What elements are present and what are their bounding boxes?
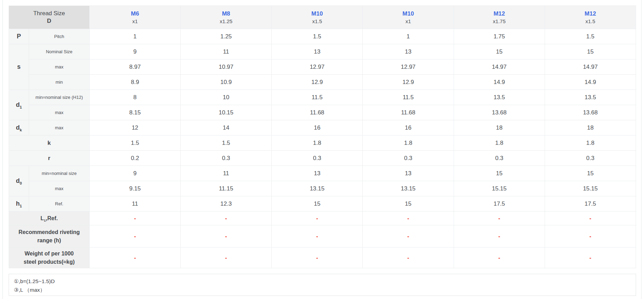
cell: 11.5 <box>363 90 454 105</box>
row-label: Nominal Size <box>29 44 90 59</box>
cell: 15 <box>363 196 454 212</box>
cell: 16 <box>363 120 454 136</box>
cell: 13 <box>272 166 363 181</box>
cell: 13 <box>363 44 454 59</box>
footnote-3: ③,L （max） <box>14 286 636 294</box>
table-row: L1,Ref. - - - - - - <box>9 212 636 225</box>
cell: - <box>272 247 363 268</box>
table-row: dk max 12 14 16 16 18 18 <box>9 120 636 136</box>
cell: 8.15 <box>90 105 181 120</box>
cell: 15.15 <box>454 181 545 196</box>
column-header: M10 x1 <box>363 6 454 29</box>
cell: - <box>272 212 363 225</box>
cell: 10.97 <box>181 59 272 75</box>
table-row: h1 Ref. 11 12.3 15 15 17.5 17.5 <box>9 196 636 212</box>
row-label: Ref. <box>29 196 90 212</box>
table-row: s Nominal Size 9 11 13 13 15 15 <box>9 44 636 59</box>
cell: 1.8 <box>545 136 636 151</box>
cell: 1 <box>90 29 181 44</box>
cell: 14.97 <box>454 59 545 75</box>
cell: 11.15 <box>181 181 272 196</box>
row-label-r: r <box>9 151 90 166</box>
row-label-weight: Weight of per 1000 steel products(≈kg) <box>9 247 90 268</box>
cell: 1.8 <box>272 136 363 151</box>
cell: 17.5 <box>545 196 636 212</box>
cell: 11.5 <box>272 90 363 105</box>
row-label: max <box>29 120 90 136</box>
cell: 13.68 <box>545 105 636 120</box>
column-header: M12 x1.75 <box>454 6 545 29</box>
cell: 0.3 <box>272 151 363 166</box>
cell: 16 <box>272 120 363 136</box>
cell: - <box>454 212 545 225</box>
cell: 1.75 <box>454 29 545 44</box>
row-label: max <box>29 59 90 75</box>
cell: 11 <box>181 44 272 59</box>
cell: 10 <box>181 90 272 105</box>
cell: - <box>90 247 181 268</box>
table-row: Weight of per 1000 steel products(≈kg) -… <box>9 247 636 268</box>
cell: 15 <box>454 166 545 181</box>
group-base: P <box>17 33 21 40</box>
column-pitch: x1 <box>90 18 180 25</box>
cell: 0.3 <box>363 151 454 166</box>
cell: - <box>454 247 545 268</box>
table-row: Recommended riveting range (h) - - - - -… <box>9 225 636 247</box>
cell: - <box>363 225 454 247</box>
row-label: Pitch <box>29 29 90 44</box>
table-row: d0 min=nominal size 9 11 13 13 15 15 <box>9 166 636 181</box>
thread-size-header: Thread Size D <box>9 6 90 29</box>
cell: 12.97 <box>272 59 363 75</box>
row-label-riveting-range: Recommended riveting range (h) <box>9 225 90 247</box>
cell: 1.5 <box>181 136 272 151</box>
group-base: d <box>16 177 20 184</box>
group-base: s <box>17 63 20 70</box>
cell: 13.15 <box>272 181 363 196</box>
cell: 10.15 <box>181 105 272 120</box>
cell: 13.5 <box>454 90 545 105</box>
column-size: M10 <box>363 10 453 18</box>
footnotes-box: ①,b=(1.25~1.5)D ③,L （max） <box>9 274 636 296</box>
cell: 1.5 <box>545 29 636 44</box>
cell: 14.9 <box>454 75 545 90</box>
group-label-d1: d1 <box>9 90 29 120</box>
cell: 0.2 <box>90 151 181 166</box>
cell: 1.5 <box>90 136 181 151</box>
cell: 18 <box>454 120 545 136</box>
group-sub: k <box>20 128 22 132</box>
cell: 0.3 <box>454 151 545 166</box>
column-header: M12 x1.5 <box>545 6 636 29</box>
column-pitch: x1.25 <box>181 18 271 25</box>
column-size: M12 <box>454 10 545 18</box>
group-base: d <box>16 101 20 108</box>
row-label: min=nominal size <box>29 166 90 181</box>
column-pitch: x1 <box>363 18 453 25</box>
cell: 14.9 <box>545 75 636 90</box>
cell: 12.3 <box>181 196 272 212</box>
cell: 15 <box>545 166 636 181</box>
group-label-d0: d0 <box>9 166 29 196</box>
cell: - <box>181 225 272 247</box>
cell: 11 <box>181 166 272 181</box>
row-label-l1-ref: L1,Ref. <box>9 212 90 225</box>
cell: 12.9 <box>363 75 454 90</box>
cell: 1.8 <box>363 136 454 151</box>
cell: 12.9 <box>272 75 363 90</box>
cell: 18 <box>545 120 636 136</box>
cell: 15 <box>545 44 636 59</box>
cell: 8 <box>90 90 181 105</box>
column-header: M10 x1.5 <box>272 6 363 29</box>
cell: - <box>181 247 272 268</box>
table-row: d1 min=nominal size (H12) 8 10 11.5 11.5… <box>9 90 636 105</box>
column-pitch: x1.5 <box>545 18 636 25</box>
row-label: min=nominal size (H12) <box>29 90 90 105</box>
footnote-1: ①,b=(1.25~1.5)D <box>14 277 636 286</box>
cell: 0.3 <box>545 151 636 166</box>
group-sub: 0 <box>20 181 22 185</box>
cell: - <box>363 212 454 225</box>
cell: - <box>454 225 545 247</box>
cell: 17.5 <box>454 196 545 212</box>
cell: 14.97 <box>545 59 636 75</box>
table-row: max 8.97 10.97 12.97 12.97 14.97 14.97 <box>9 59 636 75</box>
column-size: M8 <box>181 10 271 18</box>
